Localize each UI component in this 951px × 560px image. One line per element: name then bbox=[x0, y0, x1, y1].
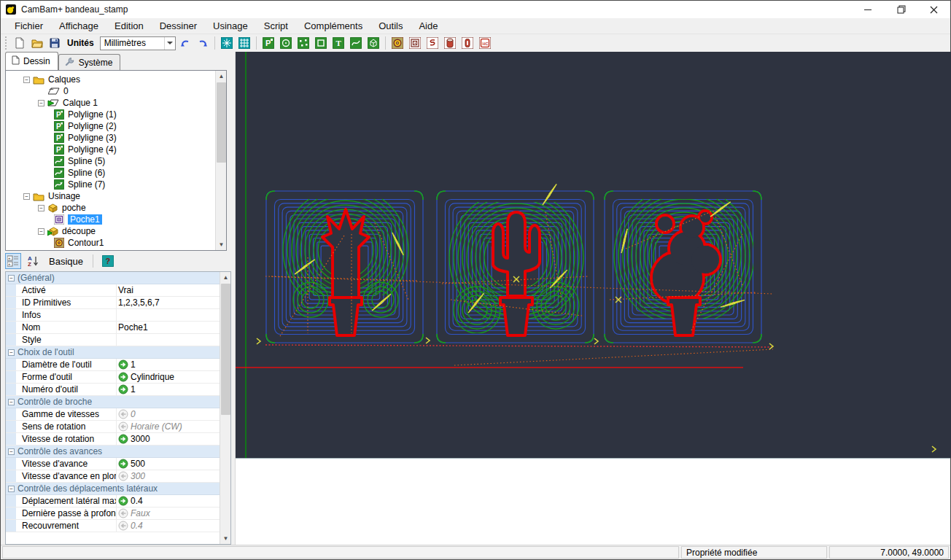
property-category-row[interactable]: −Contrôle de broche bbox=[6, 396, 230, 408]
tree-item-polyligne-3[interactable]: P Polyligne (3) bbox=[6, 132, 226, 144]
menu-dessiner[interactable]: Dessiner bbox=[152, 19, 205, 33]
property-category-row[interactable]: −Contrôle des avances bbox=[6, 446, 230, 458]
scrollbar-thumb[interactable] bbox=[221, 284, 230, 415]
scroll-down-arrow[interactable]: ▼ bbox=[216, 239, 227, 250]
property-row[interactable]: Dernière passe à profondeFaux bbox=[6, 508, 230, 520]
menu-complements[interactable]: Compléments bbox=[296, 19, 370, 33]
collapse-toggle-icon[interactable]: − bbox=[8, 448, 15, 455]
undo-button[interactable] bbox=[177, 36, 193, 50]
property-value-cell[interactable]: 0 bbox=[117, 408, 230, 420]
menu-aide[interactable]: Aide bbox=[411, 19, 446, 33]
property-value-cell[interactable]: Cylindrique bbox=[117, 371, 230, 383]
collapse-toggle-icon[interactable]: − bbox=[38, 100, 44, 106]
tree-item-spline-6[interactable]: Spline (6) bbox=[6, 167, 226, 179]
property-value-cell[interactable]: Poche1 bbox=[117, 322, 230, 333]
property-row[interactable]: Infos bbox=[6, 309, 230, 322]
collapse-toggle-icon[interactable]: − bbox=[8, 486, 15, 492]
tree-item-spline-7[interactable]: Spline (7) bbox=[6, 179, 226, 190]
property-row[interactable]: ID Primitives1,2,3,5,6,7 bbox=[6, 297, 230, 309]
menu-usinage[interactable]: Usinage bbox=[205, 19, 256, 33]
tree-item-layer-0[interactable]: 0 bbox=[6, 85, 226, 97]
property-row[interactable]: Déplacement latéral maxi0.4 bbox=[6, 495, 230, 508]
collapse-toggle-icon[interactable]: − bbox=[23, 193, 30, 200]
open-file-button[interactable] bbox=[29, 36, 45, 50]
property-value-cell[interactable]: 1 bbox=[117, 384, 230, 395]
property-value-cell[interactable] bbox=[117, 309, 230, 321]
tab-dessin[interactable]: Dessin bbox=[5, 52, 58, 70]
tree-item-contour1[interactable]: Contour1 bbox=[6, 237, 226, 249]
property-category-row[interactable]: −(Général) bbox=[6, 272, 230, 284]
property-grid-scrollbar[interactable]: ▲▼ bbox=[220, 272, 230, 544]
collapse-toggle-icon[interactable]: − bbox=[8, 275, 15, 281]
draw-rectangle-button[interactable] bbox=[313, 36, 329, 50]
property-value-cell[interactable]: 500 bbox=[117, 458, 230, 470]
collapse-toggle-icon[interactable]: − bbox=[8, 349, 15, 356]
property-category-row[interactable]: −Contrôle des déplacements latéraux bbox=[6, 483, 230, 495]
grid-toggle-button[interactable] bbox=[236, 36, 252, 50]
property-value-cell[interactable]: Horaire (CW) bbox=[117, 421, 230, 432]
tab-systeme[interactable]: Système bbox=[58, 54, 121, 70]
collapse-toggle-icon[interactable]: − bbox=[23, 77, 30, 83]
property-value-cell[interactable] bbox=[117, 334, 230, 346]
help-button[interactable]: ? bbox=[100, 253, 116, 269]
collapse-toggle-icon[interactable]: − bbox=[38, 205, 44, 211]
collapse-toggle-icon[interactable]: − bbox=[38, 228, 44, 235]
draw-polyline-button[interactable]: P bbox=[260, 36, 276, 50]
property-value-cell[interactable]: 3000 bbox=[117, 433, 230, 445]
alphabetical-sort-button[interactable]: AZ bbox=[26, 253, 42, 269]
tree-item-polyligne-4[interactable]: P Polyligne (4) bbox=[6, 144, 226, 155]
profile-op-button[interactable] bbox=[389, 36, 405, 50]
property-value-cell[interactable]: Vrai bbox=[117, 284, 230, 296]
tree-scrollbar[interactable]: ▲ ▼ bbox=[215, 71, 226, 250]
property-value-cell[interactable]: 0.4 bbox=[117, 495, 230, 507]
units-dropdown[interactable]: Millimètres bbox=[100, 36, 176, 50]
draw-spline-button[interactable] bbox=[348, 36, 364, 50]
tree-item-usinage[interactable]: − Usinage bbox=[6, 190, 226, 202]
profile3d-op-button[interactable] bbox=[459, 36, 475, 50]
tree-item-calque-1[interactable]: − Calque 1 bbox=[6, 97, 226, 109]
scroll-up-arrow[interactable]: ▲ bbox=[216, 71, 227, 82]
tree-item-spline-5[interactable]: Spline (5) bbox=[6, 155, 226, 167]
drill-op-button[interactable] bbox=[442, 36, 458, 50]
scrollbar-thumb[interactable] bbox=[217, 82, 226, 163]
property-row[interactable]: ActivéVrai bbox=[6, 284, 230, 297]
property-value-cell[interactable]: 1 bbox=[117, 359, 230, 370]
property-row[interactable]: Diamètre de l'outil1 bbox=[6, 359, 230, 371]
close-button[interactable] bbox=[917, 1, 950, 18]
property-category-row[interactable]: −Choix de l'outil bbox=[6, 346, 230, 359]
property-row[interactable]: Vitesse d'avance500 bbox=[6, 458, 230, 470]
property-value-cell[interactable]: 0.4 bbox=[117, 520, 230, 532]
menu-edition[interactable]: Edition bbox=[106, 19, 152, 33]
tree-item-poche-group[interactable]: − poche bbox=[6, 202, 226, 214]
property-row[interactable]: Numéro d'outil1 bbox=[6, 384, 230, 396]
draw-circle-button[interactable] bbox=[278, 36, 294, 50]
categorized-view-button[interactable]: ++ bbox=[5, 253, 21, 269]
pocket-op-button[interactable] bbox=[407, 36, 423, 50]
menu-script[interactable]: Script bbox=[256, 19, 296, 33]
tree-item-decoupe-group[interactable]: − découpe bbox=[6, 225, 226, 237]
snap-grid-button[interactable] bbox=[219, 36, 235, 50]
collapse-toggle-icon[interactable]: − bbox=[8, 399, 15, 405]
property-row[interactable]: Forme d'outilCylindrique bbox=[6, 371, 230, 384]
property-row[interactable]: Vitesse de rotation3000 bbox=[6, 433, 230, 446]
drawing-canvas[interactable] bbox=[236, 52, 950, 458]
menu-affichage[interactable]: Affichage bbox=[51, 19, 106, 33]
units-dropdown-arrow[interactable] bbox=[164, 37, 175, 50]
tree-item-polyligne-2[interactable]: P Polyligne (2) bbox=[6, 120, 226, 132]
save-button[interactable] bbox=[47, 36, 63, 50]
menu-fichier[interactable]: Fichier bbox=[7, 19, 51, 33]
property-value-cell[interactable]: Faux bbox=[117, 508, 230, 519]
drawing-tree[interactable]: − Calques 0 − Calque 1 P Polyligne (1) bbox=[5, 70, 227, 251]
minimize-button[interactable] bbox=[852, 1, 885, 18]
draw-surface-button[interactable] bbox=[365, 36, 381, 50]
scroll-up-arrow[interactable]: ▲ bbox=[220, 272, 231, 283]
view-mode-label[interactable]: Basique bbox=[49, 256, 83, 267]
menu-outils[interactable]: Outils bbox=[370, 19, 411, 33]
property-row[interactable]: Vitesse d'avance en plong300 bbox=[6, 470, 230, 483]
property-value-cell[interactable]: 300 bbox=[117, 470, 230, 482]
scroll-down-arrow[interactable]: ▼ bbox=[220, 533, 231, 544]
tree-item-polyligne-1[interactable]: P Polyligne (1) bbox=[6, 109, 226, 120]
draw-text-button[interactable]: T bbox=[330, 36, 346, 50]
tree-item-poche1[interactable]: Poche1 bbox=[6, 214, 226, 225]
redo-button[interactable] bbox=[195, 36, 211, 50]
